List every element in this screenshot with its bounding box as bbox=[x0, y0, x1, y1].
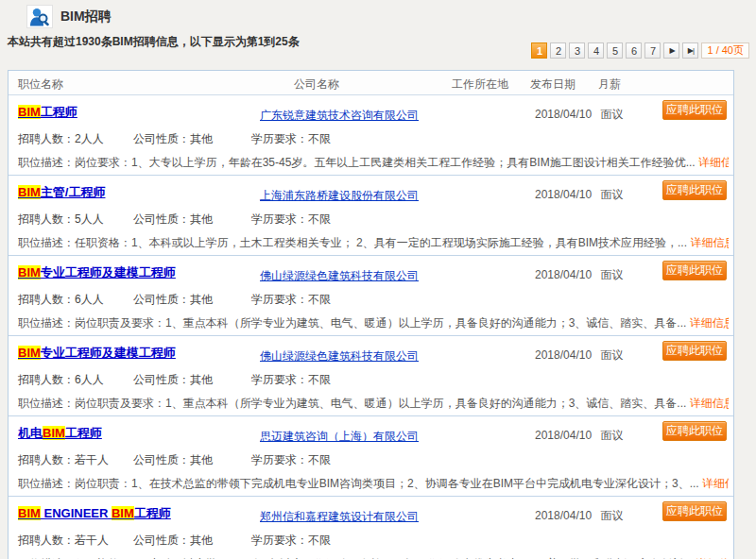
page-button-3[interactable]: 3 bbox=[569, 42, 585, 59]
company-link[interactable]: 郑州信和嘉程建筑设计有限公司 bbox=[260, 510, 419, 523]
job-description: 职位描述：岗位要求：1、大专以上学历，年龄在35-45岁。五年以上工民建类相关工… bbox=[18, 155, 729, 171]
company-cell: 上海浦东路桥建设股份有限公司 bbox=[226, 186, 453, 204]
description-text: 任职资格：1、本科或以上学历，土木工程类相关专业； 2、具有一定的工程现场实际施… bbox=[75, 236, 687, 249]
job-table: 职位名称 公司名称 工作所在地 发布日期 月薪 BIM工程师 广东锐意建筑技术咨… bbox=[8, 70, 734, 559]
job-title-link[interactable]: BIM主管/工程师 bbox=[18, 184, 105, 201]
salary-value: 面议 bbox=[600, 268, 623, 281]
pagination: 1234567 ▶ ▶| 1 / 40页 bbox=[531, 42, 749, 59]
job-listing: BIM工程师 广东锐意建筑技术咨询有限公司 2018/04/10 面议 应聘此职… bbox=[9, 94, 733, 175]
column-header-location: 工作所在地 bbox=[452, 76, 508, 93]
job-listing: 机电BIM工程师 思迈建筑咨询（上海）有限公司 2018/04/10 面议 应聘… bbox=[9, 415, 733, 496]
column-header-job-title: 职位名称 bbox=[18, 76, 63, 93]
date-salary-cell: 2018/04/10 面议 bbox=[535, 347, 623, 364]
salary-value: 面议 bbox=[600, 108, 623, 121]
company-link[interactable]: 广东锐意建筑技术咨询有限公司 bbox=[260, 109, 419, 122]
publish-date: 2018/04/10 bbox=[535, 268, 592, 281]
date-salary-cell: 2018/04/10 面议 bbox=[535, 187, 623, 203]
highlighted-keyword: BIM bbox=[18, 105, 41, 119]
job-title-link[interactable]: 机电BIM工程师 bbox=[18, 425, 102, 442]
company-link[interactable]: 佛山绿源绿色建筑科技有限公司 bbox=[260, 349, 419, 363]
description-text: 岗位要求：1、大专以上学历，年龄在35-45岁。五年以上工民建类相关工程工作经验… bbox=[75, 156, 696, 169]
company-link[interactable]: 上海浦东路桥建设股份有限公司 bbox=[260, 189, 419, 202]
job-title-link[interactable]: BIM ENGINEER BIM工程师 bbox=[18, 505, 171, 522]
column-header-salary: 月薪 bbox=[598, 76, 621, 93]
page-header: BIM招聘 bbox=[26, 4, 112, 29]
title-text: ENGINEER bbox=[41, 506, 112, 520]
highlighted-keyword: BIM bbox=[112, 506, 134, 520]
apply-button[interactable]: 应聘此职位 bbox=[662, 501, 727, 521]
education-requirement: 学历要求：不限 bbox=[251, 452, 331, 468]
table-header-row: 职位名称 公司名称 工作所在地 发布日期 月薪 bbox=[9, 71, 733, 94]
last-page-button[interactable]: ▶| bbox=[682, 42, 698, 59]
next-page-button[interactable]: ▶ bbox=[663, 42, 679, 59]
job-list: BIM工程师 广东锐意建筑技术咨询有限公司 2018/04/10 面议 应聘此职… bbox=[9, 94, 733, 559]
description-label: 职位描述： bbox=[18, 316, 75, 330]
company-cell: 佛山绿源绿色建筑科技有限公司 bbox=[226, 347, 453, 364]
job-listing: BIM专业工程师及建模工程师 佛山绿源绿色建筑科技有限公司 2018/04/10… bbox=[9, 255, 733, 335]
job-listing: BIM ENGINEER BIM工程师 郑州信和嘉程建筑设计有限公司 2018/… bbox=[9, 496, 733, 559]
stats-line: 本站共有超过1930条BIM招聘信息，以下显示为第1到25条 bbox=[8, 34, 300, 50]
recruit-count: 招聘人数：若干人 bbox=[18, 533, 109, 549]
company-cell: 广东锐意建筑技术咨询有限公司 bbox=[226, 106, 453, 124]
education-requirement: 学历要求：不限 bbox=[251, 292, 331, 308]
apply-button[interactable]: 应聘此职位 bbox=[662, 100, 727, 120]
page-position-indicator: 1 / 40页 bbox=[701, 42, 749, 59]
job-title-link[interactable]: BIM专业工程师及建模工程师 bbox=[18, 264, 176, 281]
person-search-icon bbox=[26, 5, 53, 28]
highlighted-keyword: BIM bbox=[18, 506, 41, 520]
job-listing: BIM专业工程师及建模工程师 佛山绿源绿色建筑科技有限公司 2018/04/10… bbox=[9, 335, 733, 415]
page-button-1[interactable]: 1 bbox=[531, 42, 547, 59]
education-requirement: 学历要求：不限 bbox=[251, 212, 331, 228]
company-type: 公司性质：其他 bbox=[133, 292, 213, 308]
apply-button[interactable]: 应聘此职位 bbox=[662, 180, 727, 200]
page-button-5[interactable]: 5 bbox=[607, 42, 623, 59]
page-number-buttons: 1234567 bbox=[531, 42, 661, 59]
recruit-count: 招聘人数：6人人 bbox=[18, 292, 104, 308]
title-text: 工程师 bbox=[65, 426, 102, 440]
job-description: 职位描述：岗位职责及要求：1、重点本科（所学专业为建筑、电气、暖通）以上学历，具… bbox=[18, 315, 729, 331]
detail-link[interactable]: 详细信息.. bbox=[702, 477, 729, 490]
publish-date: 2018/04/10 bbox=[535, 108, 592, 121]
recruit-count: 招聘人数：5人人 bbox=[18, 212, 104, 228]
detail-link[interactable]: 详细信息.. bbox=[690, 316, 729, 330]
page-button-4[interactable]: 4 bbox=[588, 42, 604, 59]
title-text: 工程师 bbox=[134, 506, 171, 520]
job-title-link[interactable]: BIM专业工程师及建模工程师 bbox=[18, 345, 176, 362]
company-link[interactable]: 佛山绿源绿色建筑科技有限公司 bbox=[260, 269, 419, 282]
education-requirement: 学历要求：不限 bbox=[251, 533, 331, 549]
description-label: 职位描述： bbox=[18, 236, 75, 249]
detail-link[interactable]: 详细信息.. bbox=[698, 156, 729, 169]
salary-value: 面议 bbox=[600, 509, 623, 522]
publish-date: 2018/04/10 bbox=[535, 348, 592, 362]
detail-link[interactable]: 详细信息.. bbox=[690, 236, 729, 249]
company-type: 公司性质：其他 bbox=[133, 212, 213, 228]
publish-date: 2018/04/10 bbox=[535, 429, 592, 442]
publish-date: 2018/04/10 bbox=[535, 188, 592, 201]
salary-value: 面议 bbox=[600, 188, 623, 201]
title-text: 专业工程师及建模工程师 bbox=[41, 265, 176, 280]
description-text: 岗位职责及要求：1、重点本科（所学专业为建筑、电气、暖通）以上学历，具备良好的沟… bbox=[75, 397, 686, 410]
company-cell: 郑州信和嘉程建筑设计有限公司 bbox=[226, 507, 453, 525]
date-salary-cell: 2018/04/10 面议 bbox=[535, 428, 623, 444]
job-listing: BIM主管/工程师 上海浦东路桥建设股份有限公司 2018/04/10 面议 应… bbox=[9, 175, 733, 255]
education-requirement: 学历要求：不限 bbox=[251, 372, 331, 388]
detail-link[interactable]: 详细信息.. bbox=[690, 397, 729, 410]
title-text: 主管/工程师 bbox=[41, 185, 106, 199]
publish-date: 2018/04/10 bbox=[535, 509, 592, 522]
page-button-2[interactable]: 2 bbox=[550, 42, 566, 59]
page-button-6[interactable]: 6 bbox=[626, 42, 642, 59]
page-button-7[interactable]: 7 bbox=[644, 42, 661, 59]
education-requirement: 学历要求：不限 bbox=[251, 131, 331, 147]
salary-value: 面议 bbox=[600, 348, 623, 362]
job-title-link[interactable]: BIM工程师 bbox=[18, 104, 77, 121]
date-salary-cell: 2018/04/10 面议 bbox=[535, 107, 623, 123]
apply-button[interactable]: 应聘此职位 bbox=[662, 261, 727, 280]
description-label: 职位描述： bbox=[18, 477, 75, 490]
page-title: BIM招聘 bbox=[60, 8, 112, 25]
apply-button[interactable]: 应聘此职位 bbox=[662, 341, 727, 361]
description-label: 职位描述： bbox=[18, 397, 75, 410]
company-link[interactable]: 思迈建筑咨询（上海）有限公司 bbox=[260, 430, 419, 443]
description-text: 岗位职责：1、在技术总监的带领下完成机电专业BIM咨询类项目；2、协调各专业在B… bbox=[75, 477, 699, 490]
apply-button[interactable]: 应聘此职位 bbox=[662, 421, 727, 441]
salary-value: 面议 bbox=[600, 429, 623, 442]
